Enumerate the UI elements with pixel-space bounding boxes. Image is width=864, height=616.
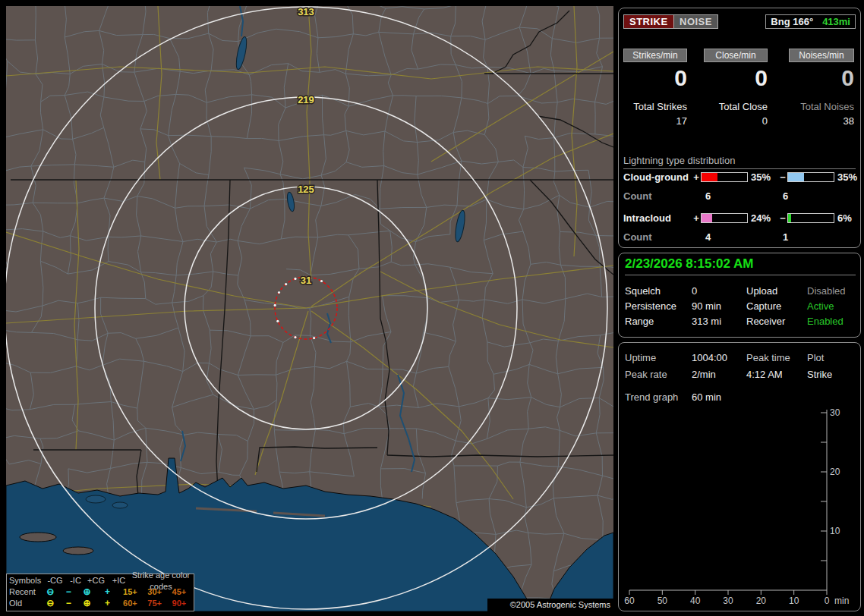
cg-positive-fill — [702, 173, 717, 181]
uptime-value: 1004:00 — [692, 352, 727, 363]
total-close-value: 0 — [704, 115, 768, 127]
svg-text:40: 40 — [690, 596, 701, 606]
ic-positive-bar — [701, 213, 748, 223]
intracloud-label: Intracloud — [623, 212, 692, 224]
legend-old-row: Old ⊖ − ⊕ + 60+ 75+ 90+ — [9, 598, 191, 609]
ic-negative-bar — [787, 213, 834, 223]
ic-positive-fill — [702, 214, 712, 222]
cg-negative-count: 6 — [783, 190, 788, 202]
squelch-value: 0 — [692, 285, 697, 297]
range-label: Range — [625, 316, 654, 327]
legend-header-row: Symbols -CG -IC +CG +IC Strike age color… — [9, 575, 191, 586]
circled-plus-icon: ⊕ — [77, 598, 97, 609]
noises-per-min-label: Noises/min — [789, 49, 854, 62]
noise-mode-button[interactable]: NOISE — [673, 14, 718, 29]
total-close-label: Total Close — [704, 101, 768, 112]
counters-panel: STRIKE NOISE Bng 166° 413mi Strikes/min … — [618, 8, 861, 248]
close-per-min-label: Close/min — [704, 49, 768, 62]
squelch-label: Squelch — [625, 285, 661, 297]
peak-time-value: 4:12 AM — [746, 369, 783, 380]
lightning-map[interactable]: 31321912531 — [6, 6, 613, 611]
upload-status: Disabled — [807, 285, 846, 297]
age-code-60: 60+ — [118, 598, 142, 609]
cg-positive-count: 6 — [705, 190, 711, 202]
total-strikes-value: 17 — [623, 115, 687, 127]
receiver-status: Enabled — [807, 316, 844, 327]
svg-text:219: 219 — [298, 94, 314, 105]
cg-negative-fill — [788, 173, 804, 181]
capture-status: Active — [807, 300, 834, 312]
cloud-ground-row: Cloud-ground + 35% − 35% — [623, 171, 859, 183]
datetime-display: 2/23/2026 8:15:02 AM — [625, 256, 856, 275]
uptime-label: Uptime — [625, 352, 656, 363]
minus-sign: − — [778, 212, 787, 224]
cloud-ground-label: Cloud-ground — [623, 171, 692, 183]
trend-graph-label: Trend graph — [625, 391, 678, 403]
svg-text:30: 30 — [723, 596, 733, 606]
app-window: 31321912531 ©2005 Astrogenic Systems Sym… — [0, 0, 864, 616]
legend-col-neg-cg: -CG — [44, 575, 66, 586]
peak-rate-value: 2/min — [692, 369, 716, 380]
cg-negative-pct: 35% — [834, 171, 859, 183]
svg-text:30: 30 — [830, 407, 840, 418]
svg-text:0: 0 — [825, 596, 830, 606]
svg-text:20: 20 — [830, 467, 840, 477]
ic-negative-fill — [788, 214, 791, 222]
peak-time-label: Peak time — [746, 352, 790, 363]
minus-sign: − — [778, 171, 787, 183]
circled-plus-icon: ⊕ — [77, 586, 97, 598]
cg-positive-bar — [701, 172, 748, 182]
svg-text:31: 31 — [301, 275, 311, 286]
ic-positive-count: 4 — [705, 231, 711, 243]
legend-symbols-header: Symbols — [9, 575, 44, 586]
plus-sign: + — [692, 171, 701, 183]
ic-negative-count: 1 — [783, 231, 788, 243]
capture-label: Capture — [746, 300, 781, 312]
cg-negative-bar — [787, 172, 834, 182]
range-value: 313 mi — [692, 316, 721, 327]
trend-graph: 3020106050403020100min — [619, 407, 860, 611]
session-panel: Uptime 1004:00 Peak time Plot Peak rate … — [618, 342, 861, 611]
persistence-label: Persistence — [625, 300, 676, 312]
strikes-per-min-value: 0 — [623, 66, 687, 90]
plot-value: Strike — [807, 369, 832, 380]
plus-sign: + — [692, 212, 701, 224]
minus-icon: − — [60, 598, 77, 609]
bearing-value: Bng 166° — [771, 16, 813, 27]
legend-col-pos-ic: +IC — [107, 575, 131, 586]
ic-positive-pct: 24% — [748, 212, 778, 224]
svg-text:10: 10 — [830, 526, 840, 536]
total-noises-value: 38 — [789, 115, 854, 127]
cg-positive-pct: 35% — [748, 171, 778, 183]
strikes-per-min-label: Strikes/min — [623, 49, 687, 62]
legend-recent-label: Recent — [9, 586, 40, 598]
map-legend: Symbols -CG -IC +CG +IC Strike age color… — [6, 574, 194, 611]
age-code-90: 90+ — [167, 598, 191, 609]
age-code-15: 15+ — [118, 586, 142, 598]
close-per-min-value: 0 — [704, 66, 768, 90]
upload-label: Upload — [746, 285, 777, 297]
legend-old-label: Old — [9, 598, 40, 609]
strike-mode-button[interactable]: STRIKE — [623, 14, 674, 29]
legend-col-pos-cg: +CG — [85, 575, 107, 586]
svg-text:60: 60 — [624, 596, 635, 606]
ic-negative-pct: 6% — [834, 212, 859, 224]
svg-text:10: 10 — [789, 596, 799, 606]
minus-icon: − — [60, 586, 77, 598]
distance-value: 413mi — [822, 16, 850, 27]
legend-col-neg-ic: -IC — [66, 575, 85, 586]
status-panel: 2/23/2026 8:15:02 AM Squelch 0 Upload Di… — [618, 253, 861, 338]
persistence-value: 90 min — [692, 300, 721, 312]
svg-text:125: 125 — [298, 184, 314, 195]
svg-text:20: 20 — [756, 596, 767, 606]
copyright-label: ©2005 Astrogenic Systems — [487, 599, 613, 611]
trend-graph-window: 60 min — [692, 391, 721, 403]
circled-minus-icon: ⊖ — [40, 586, 60, 598]
age-code-30: 30+ — [143, 586, 167, 598]
age-code-45: 45+ — [167, 586, 191, 598]
svg-text:50: 50 — [657, 596, 668, 606]
peak-rate-label: Peak rate — [625, 369, 667, 380]
plus-icon: + — [97, 598, 118, 609]
receiver-label: Receiver — [746, 316, 785, 327]
bearing-readout: Bng 166° 413mi — [765, 14, 856, 29]
